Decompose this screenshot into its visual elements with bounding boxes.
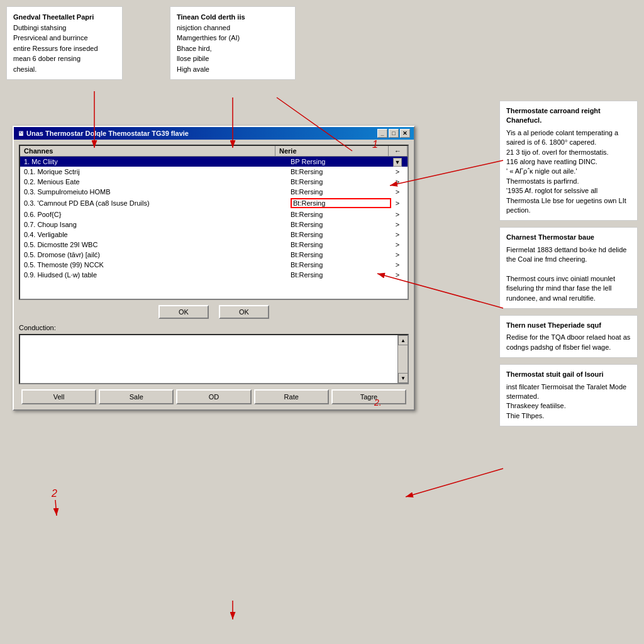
row-arrow: >: [391, 241, 404, 248]
rate-button[interactable]: Rate: [254, 389, 329, 404]
right-callout-2-text: Fiermelat 1883 dettand bo‹ke hd delide t…: [506, 245, 631, 303]
row-value: Bt:Rersing: [291, 241, 391, 248]
list-row[interactable]: 0.3. Sumpulromeiuto HOMB Bt:Rersing >: [20, 187, 408, 197]
row-arrow: >: [391, 199, 404, 207]
top-left-callout: Gnedval Theetallet Papri Dutbingi stahsi…: [6, 6, 123, 80]
dialog-icon: 🖥: [18, 130, 24, 137]
row-value: Bt:Rersing: [291, 178, 391, 186]
scrollbar[interactable]: ▲ ▼: [397, 335, 408, 383]
right-callout-4: Thermostat stuit gail of lsouri inst fil…: [499, 364, 638, 426]
row-arrow: >: [391, 271, 404, 279]
top-center-callout-text: nisjction channed Mamgerthies for (AI) B…: [177, 23, 289, 75]
right-callout-3-text: Redise for the TQA dboor relaed hoat as …: [506, 333, 631, 352]
list-row[interactable]: 0.1. Morique Sctrij Bt:Rersing >: [20, 167, 408, 177]
row-name: 0.3. 'Camnout PD EBA (ca8 Isuse Druils): [24, 199, 291, 207]
top-left-callout-title: Gnedval Theetallet Papri: [13, 12, 116, 23]
col-channes: Channes: [20, 146, 275, 156]
titlebar-buttons: _ □ ✕: [377, 129, 410, 138]
row-value: Bt:Rersing: [291, 271, 391, 279]
scroll-up-button[interactable]: ▲: [398, 335, 408, 345]
row-name: 1. Mc Cliity: [24, 158, 291, 165]
svg-line-6: [406, 469, 503, 497]
row-dropdown[interactable]: ▼: [391, 158, 404, 165]
dialog-title: Unas Thermostar Dolqle Themostatar TG39 …: [26, 130, 189, 137]
od-button[interactable]: OD: [176, 389, 251, 404]
list-row[interactable]: 0.5. Themoste (99) NCCK Bt:Rersing >: [20, 260, 408, 270]
right-callout-4-text: inst filcater Tiermoisat the Taralet Mod…: [506, 382, 631, 421]
list-row[interactable]: 0.6. Poof{C} Bt:Rersing >: [20, 209, 408, 219]
col-nerie: Nerie: [275, 146, 389, 156]
right-callout-3: Thern nuset Theperiade squf Redise for t…: [499, 315, 638, 358]
svg-text:2: 2: [51, 488, 57, 499]
row-value: Bt:Rersing: [291, 251, 391, 258]
right-callout-2-title: Charnest Thermostar baue: [506, 233, 631, 242]
minimize-button[interactable]: _: [377, 129, 387, 138]
close-button[interactable]: ✕: [400, 129, 410, 138]
list-row[interactable]: 1. Mc Cliity BP Rersing ▼: [20, 157, 408, 167]
row-name: 0.6. Poof{C}: [24, 211, 291, 218]
row-arrow: >: [391, 221, 404, 228]
list-row[interactable]: 0.4. Verligable Bt:Rersing >: [20, 230, 408, 240]
row-name: 0.5. Themoste (99) NCCK: [24, 261, 291, 269]
row-value: Bt:Rersing: [291, 231, 391, 238]
conduction-label: Conduction:: [19, 324, 409, 331]
top-center-callout: Tinean Cold derth iis nisjction channed …: [170, 6, 296, 80]
ok-buttons-row: OK OK: [19, 305, 409, 319]
row-value: BP Rersing: [291, 158, 391, 165]
top-left-callout-text: Dutbingi stahsing Presrviceal and burrin…: [13, 23, 116, 75]
row-name: 0.4. Verligable: [24, 231, 291, 238]
row-name: 0.1. Morique Sctrij: [24, 168, 291, 175]
right-callout-1-text: Yis a al periode colant temperating a sa…: [506, 128, 631, 216]
row-name: 0.7. Choup Isang: [24, 221, 291, 228]
list-header: Channes Nerie ←: [20, 146, 408, 157]
scroll-down-button[interactable]: ▼: [398, 373, 408, 383]
row-arrow: >: [391, 231, 404, 238]
row-value: Bt:Rersing: [291, 261, 391, 269]
row-arrow: >: [391, 168, 404, 175]
ok-button-1[interactable]: OK: [158, 305, 209, 319]
list-row[interactable]: 0.5. Dromose (tāvr) [ailć) Bt:Rersing >: [20, 250, 408, 260]
list-row-highlighted[interactable]: 0.3. 'Camnout PD EBA (ca8 Isuse Druils) …: [20, 197, 408, 209]
sale-button[interactable]: Sale: [99, 389, 174, 404]
row-value: Bt:Rersing: [291, 168, 391, 175]
list-row[interactable]: 0.7. Choup Isang Bt:Rersing >: [20, 219, 408, 230]
tagre-button[interactable]: Tagre: [331, 389, 406, 404]
row-name: 0.2. Menious Eate: [24, 178, 291, 186]
maximize-button[interactable]: □: [389, 129, 399, 138]
vell-button[interactable]: Vell: [21, 389, 96, 404]
top-center-callout-title: Tinean Cold derth iis: [177, 12, 289, 23]
right-callout-4-title: Thermostat stuit gail of lsouri: [506, 370, 631, 379]
right-callout-3-title: Thern nuset Theperiade squf: [506, 321, 631, 330]
right-callout-1-title: Thermostate carroand reight Chanefucl.: [506, 106, 631, 126]
right-callout-2: Charnest Thermostar baue Fiermelat 1883 …: [499, 227, 638, 309]
row-arrow: >: [391, 178, 404, 186]
dialog-window: 🖥 Unas Thermostar Dolqle Themostatar TG3…: [13, 126, 415, 411]
row-value: Bt:Rersing: [291, 198, 391, 208]
row-name: 0.9. Hiudsed (L·w) table: [24, 271, 291, 279]
list-row[interactable]: 0.9. Hiudsed (L·w) table Bt:Rersing >: [20, 270, 408, 280]
right-callout-1: Thermostate carroand reight Chanefucl. Y…: [499, 101, 638, 221]
bottom-buttons-row: Vell Sale OD Rate Tagre: [19, 389, 409, 404]
dialog-titlebar: 🖥 Unas Thermostar Dolqle Themostatar TG3…: [14, 127, 414, 140]
dialog-body: Channes Nerie ← 1. Mc Cliity BP Rersing …: [14, 140, 414, 409]
channel-list: Channes Nerie ← 1. Mc Cliity BP Rersing …: [19, 145, 409, 300]
col-action: ←: [389, 146, 408, 156]
row-value: Bt:Rersing: [291, 221, 391, 228]
row-value: Bt:Rersing: [291, 211, 391, 218]
list-row[interactable]: 0.2. Menious Eate Bt:Rersing >: [20, 177, 408, 187]
row-name: 0.5. Dromose (tāvr) [ailć): [24, 251, 291, 258]
right-callouts: Thermostate carroand reight Chanefucl. Y…: [499, 101, 638, 433]
svg-line-11: [55, 500, 57, 516]
ok-button-2[interactable]: OK: [219, 305, 269, 319]
row-name: 0.5. Dicmostte 29I WBC: [24, 241, 291, 248]
row-arrow: >: [391, 211, 404, 218]
row-arrow: >: [391, 188, 404, 196]
list-spacer: [20, 280, 408, 299]
row-name: 0.3. Sumpulromeiuto HOMB: [24, 188, 291, 196]
text-area[interactable]: ▲ ▼: [19, 334, 409, 384]
list-row[interactable]: 0.5. Dicmostte 29I WBC Bt:Rersing >: [20, 240, 408, 250]
row-arrow: >: [391, 261, 404, 269]
row-value: Bt:Rersing: [291, 188, 391, 196]
row-arrow: >: [391, 251, 404, 258]
